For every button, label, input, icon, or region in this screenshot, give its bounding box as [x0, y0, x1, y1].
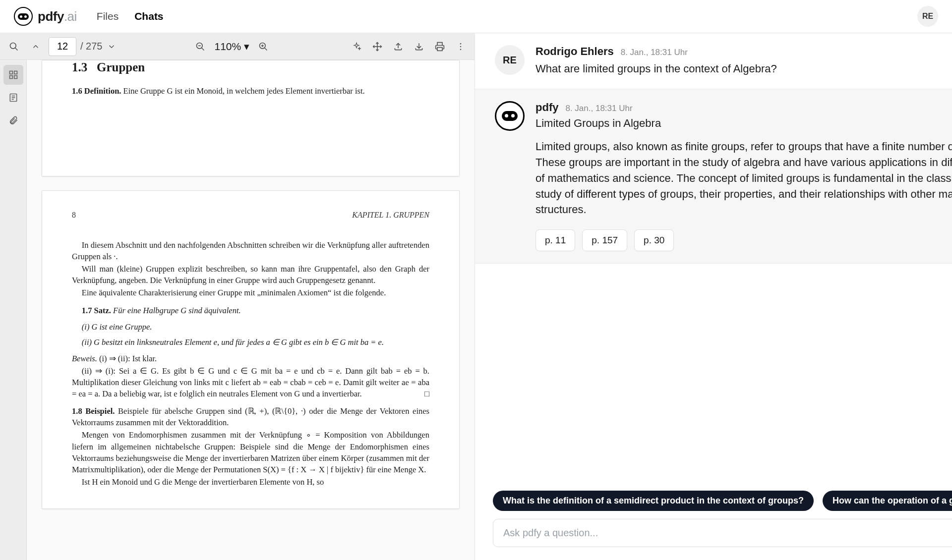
theorem-head: 1.7 Satz.: [82, 306, 111, 315]
list-item: (ii) G besitzt ein linksneutrales Elemen…: [82, 336, 429, 348]
attachments-icon[interactable]: [3, 111, 23, 130]
chevron-down-icon[interactable]: [107, 42, 116, 51]
nav-chats[interactable]: Chats: [134, 10, 163, 22]
bot-avatar-icon: [495, 101, 525, 131]
example-body: Mengen von Endomorphismen zusammen mit d…: [72, 429, 429, 475]
move-icon[interactable]: [368, 38, 386, 56]
svg-line-1: [15, 48, 18, 50]
svg-point-0: [10, 43, 16, 49]
print-icon[interactable]: [431, 38, 449, 56]
more-vertical-icon[interactable]: [452, 38, 470, 56]
chat-input-area: What is the definition of a semidirect p…: [475, 483, 952, 560]
chat-message-bot: pdfy 8. Jan., 18:31 Uhr Limited Groups i…: [475, 89, 952, 264]
paragraph: Will man (kleine) Gruppen explizit besch…: [72, 263, 429, 286]
pdf-page: 8 KAPITEL 1. GRUPPEN In diesem Abschnitt…: [42, 190, 460, 509]
list-item: (i) G ist eine Gruppe.: [82, 321, 429, 333]
pdf-pane: / 275 110% ▾: [0, 33, 475, 560]
chapter-label: KAPITEL 1. GRUPPEN: [352, 211, 429, 220]
theorem-body: Für eine Halbgrupe G sind äquivalent.: [113, 306, 241, 315]
header: pdfy.ai Files Chats RE: [0, 0, 952, 33]
pdf-toolbar: / 275 110% ▾: [0, 33, 475, 60]
message-time: 8. Jan., 18:31 Uhr: [565, 104, 632, 113]
svg-rect-18: [14, 71, 17, 74]
qed-icon: □: [415, 388, 429, 399]
page-number-input[interactable]: [49, 37, 76, 56]
outline-icon[interactable]: [3, 88, 23, 108]
page-reference[interactable]: p. 30: [634, 229, 674, 251]
chevron-up-icon[interactable]: [27, 38, 45, 56]
page-total-label: / 275: [80, 41, 102, 52]
zoom-in-icon[interactable]: [254, 38, 272, 56]
upload-icon[interactable]: [389, 38, 407, 56]
sparkle-icon[interactable]: [348, 38, 365, 56]
svg-line-4: [202, 48, 204, 50]
svg-rect-17: [9, 71, 12, 74]
example-head: 1.8 Beispiel.: [72, 406, 115, 416]
page-reference[interactable]: p. 11: [536, 229, 575, 251]
logo[interactable]: pdfy.ai: [14, 7, 77, 26]
definition-head: 1.6 Definition.: [72, 86, 121, 96]
logo-text: pdfy: [38, 9, 64, 24]
svg-line-8: [265, 48, 267, 50]
zoom-level[interactable]: 110% ▾: [214, 41, 249, 53]
thumbnails-icon[interactable]: [3, 65, 23, 85]
section-number: 1.3: [72, 60, 87, 74]
logo-suffix: .ai: [64, 9, 77, 24]
page-reference[interactable]: p. 157: [582, 229, 627, 251]
page-number-label: 8: [72, 211, 76, 220]
example-body: Beispiele für abelsche Gruppen sind (ℝ, …: [72, 406, 429, 427]
definition-body: Eine Gruppe G ist ein Monoid, in welchem…: [123, 86, 365, 96]
proof-head: Beweis.: [72, 354, 97, 363]
svg-rect-19: [9, 76, 12, 79]
chat-input[interactable]: [493, 519, 952, 547]
section-title: Gruppen: [97, 60, 145, 74]
logo-icon: [14, 7, 33, 26]
message-text: What are limited groups in the context o…: [536, 61, 952, 77]
user-avatar-small: RE: [495, 45, 525, 75]
message-author: pdfy: [536, 101, 558, 114]
document-area[interactable]: 1.3 Gruppen 1.6 Definition. Eine Gruppe …: [27, 60, 475, 560]
chat-pane: RE Rodrigo Ehlers 8. Jan., 18:31 Uhr Wha…: [475, 33, 952, 560]
zoom-out-icon[interactable]: [191, 38, 209, 56]
message-time: 8. Jan., 18:31 Uhr: [621, 48, 688, 57]
svg-rect-13: [437, 47, 442, 51]
pdf-page: 1.3 Gruppen 1.6 Definition. Eine Gruppe …: [42, 60, 460, 176]
suggestion-chip[interactable]: How can the operation of a group on a se…: [823, 491, 952, 511]
suggestion-chip[interactable]: What is the definition of a semidirect p…: [493, 491, 814, 511]
svg-point-14: [460, 43, 462, 44]
message-author: Rodrigo Ehlers: [536, 45, 614, 58]
nav-files[interactable]: Files: [97, 10, 119, 22]
paragraph: Eine äquivalente Charakterisierung einer…: [72, 287, 429, 298]
chat-message-user: RE Rodrigo Ehlers 8. Jan., 18:31 Uhr Wha…: [475, 33, 952, 89]
svg-point-15: [460, 46, 462, 47]
example-body: Ist H ein Monoid und G die Menge der inv…: [72, 476, 429, 488]
proof-line: (i) ⇒ (ii): Ist klar.: [99, 354, 157, 363]
paragraph: In diesem Abschnitt und den nachfolgende…: [72, 239, 429, 262]
message-subtitle: Limited Groups in Algebra: [536, 117, 952, 130]
download-icon[interactable]: [410, 38, 428, 56]
search-icon[interactable]: [5, 38, 23, 56]
message-text: Limited groups, also known as finite gro…: [536, 139, 952, 218]
user-avatar[interactable]: RE: [917, 6, 938, 27]
svg-point-16: [460, 49, 462, 50]
pdf-side-icons: [0, 60, 27, 560]
svg-rect-20: [14, 76, 17, 79]
proof-line: (ii) ⇒ (i): Sei a ∈ G. Es gibt b ∈ G und…: [72, 365, 429, 399]
